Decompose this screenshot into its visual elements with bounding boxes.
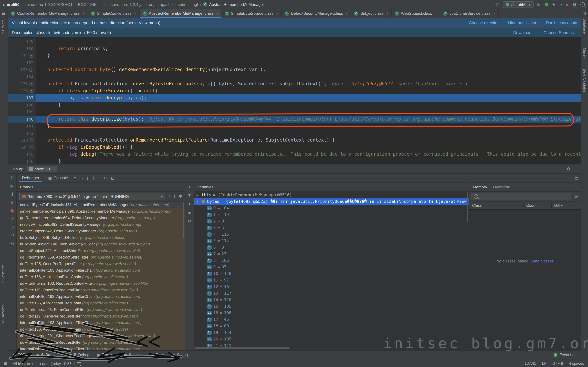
breadcrumb-item[interactable]: shiro [178,2,186,7]
array-element-row[interactable]: 017=23 [194,251,468,257]
editor-line[interactable]: 137 bytes = this.decrypt(bytes); [8,94,581,101]
sidebar-item-bean-validator[interactable]: Bean Validator [583,69,587,92]
editor-tab[interactable]: CSubject.class× [351,9,392,18]
editor-line[interactable]: 138 } [8,101,581,108]
array-element-row[interactable]: 0116=108 [194,310,468,316]
tab-console[interactable]: ▣Console [45,174,70,182]
profiler-button[interactable]: ◔ [560,2,562,7]
editor-line[interactable]: 142 [8,130,581,137]
project-stripe-icon[interactable]: ▤ [2,11,5,16]
prev-frame-icon[interactable]: ↑ [168,193,171,199]
thread-dump-icon[interactable]: ⊡ [10,225,14,229]
stack-frame-row[interactable]: buildSubject:846, Subject$Builder (org.a… [17,234,185,241]
pin-icon[interactable]: ◎ [10,241,14,246]
column-count[interactable]: Count [523,203,551,208]
rerun-icon[interactable]: ↻ [10,175,14,180]
tool-window-button[interactable]: ▣Spring [172,353,188,357]
variables-hscrollbar[interactable] [195,347,290,349]
stack-frame-row[interactable]: internalDoFilter:193, ApplicationFilterC… [17,267,185,274]
force-step-into-icon[interactable]: ⇓ [92,175,95,180]
editor-tab[interactable]: CJcaCipherService.class× [440,9,499,18]
close-icon[interactable]: × [346,11,348,16]
event-log-button[interactable]: 1Event Log [553,353,577,357]
editor-line[interactable]: 135− protected PrincipalCollection conve… [8,80,581,87]
editor-line[interactable]: 132 [8,59,581,66]
stack-frame-row[interactable]: createSubject:292, AbstractShiroFilter (… [17,247,185,254]
array-element-row[interactable]: 0119=114 [194,329,468,336]
duplicate-watch-icon[interactable]: ▣ [188,210,191,215]
close-icon[interactable]: × [435,11,437,16]
debug-session-tab[interactable]: shiro550 × [26,166,57,172]
memory-settings-gear-icon[interactable]: ⚙ [574,193,579,200]
breadcrumb-item[interactable]: apache [160,2,173,7]
stack-frame-row[interactable]: buildWebSubject:148, WebSubject$Builder … [17,241,185,247]
array-element-row[interactable]: 012=0 [194,218,468,225]
editor-line[interactable]: 131− } [8,52,581,59]
close-icon[interactable]: × [276,11,278,16]
stack-frame-row[interactable]: doFilterInternal:201, CharacterEncodingF… [17,333,185,339]
stack-frame-row[interactable]: internalDoFilter:193, ApplicationFilterC… [17,293,185,300]
banner-link[interactable]: Hide notification [508,21,537,25]
fold-marker-icon[interactable]: − [30,54,34,58]
stack-frame-row[interactable]: doFilter:166, ApplicationFilterChain (or… [17,274,185,280]
editor-tab[interactable]: CSimpleByteSource.class× [222,9,282,18]
stack-frame-row[interactable]: doFilter:125, OncePerRequestFilter (org.… [17,260,185,267]
array-element-row[interactable]: 0120=105 [194,336,468,342]
banner-link[interactable]: Don't show again [546,21,577,25]
close-icon[interactable]: × [386,11,389,16]
run-config-combo[interactable]: shiro550 ▾ [503,1,534,8]
indent-widget[interactable]: 4 spaces [569,361,584,365]
breadcrumb-item[interactable]: mgt [191,2,198,7]
editor-line[interactable]: 134 [8,73,581,80]
next-frame-icon[interactable]: ↓ [173,193,176,199]
stack-frame-row[interactable]: doFilter:119, OncePerRequestFilter (org.… [17,339,185,346]
editor-line[interactable]: 144− if (log.isDebugEnabled()) { [8,144,581,151]
restore-layout-icon[interactable]: ▤ [574,175,579,180]
load-classes-link[interactable]: Load classes [531,259,554,263]
banner-link[interactable]: Choose direction [469,21,500,25]
column-diff[interactable]: Diff ▾ [551,203,581,208]
column-class[interactable]: Class [469,203,523,208]
database-stripe-icon[interactable]: ▥ [583,11,587,16]
mute-breakpoints-icon[interactable]: ⊘ [10,216,14,221]
editor-tab[interactable]: CDefaultSecurityManager.class× [282,9,351,18]
tool-window-switcher-icon[interactable]: ▦ [4,361,8,366]
coverage-button[interactable]: ◈ [552,2,555,7]
editor-line[interactable]: 129 [8,38,581,45]
fold-marker-icon[interactable]: − [30,82,34,86]
chevron-down-icon[interactable]: ▼ [197,198,200,205]
stack-frame-row[interactable]: getRememberedPrincipals:396, AbstractRem… [17,208,185,215]
implemented-method-marker-icon[interactable]: ↓ [29,68,34,72]
close-icon[interactable]: × [493,11,495,16]
sidebar-item-favorites[interactable]: 2: Favorites [1,304,5,323]
fold-marker-icon[interactable]: − [30,138,34,142]
encoding-widget[interactable]: UTF-8 [552,361,563,365]
editor-tab[interactable]: CAbstractRememberMeManager.class× [140,9,222,18]
array-element-row[interactable]: 011=-19 [194,211,468,218]
stack-frame-row[interactable]: doFilterInternal:359, AbstractShiroFilte… [17,254,185,260]
show-watches-icon[interactable]: ∞ [188,218,191,223]
array-element-row[interactable]: 0115=105 [194,303,468,310]
tool-window-button[interactable]: ▣6: Problems [36,353,61,357]
tab-memory-overhead[interactable]: Overhead [493,185,510,189]
breadcrumb-item[interactable]: CAbstractRememberMeManager [203,2,264,7]
close-icon[interactable]: × [216,11,218,16]
stack-frame-row[interactable]: createSubject:342, DefaultSecurityManage… [17,228,185,234]
editor-line[interactable]: 133↓ protected abstract byte[] getRememb… [8,66,581,73]
stop-button[interactable]: ■ [566,2,569,7]
tool-window-button[interactable]: ▣Build [150,353,164,357]
array-element-row[interactable]: 0117=46 [194,316,468,323]
resume-icon[interactable]: ▶ [10,184,14,188]
frames-scrollbar[interactable] [183,202,184,238]
evaluate-expression-icon[interactable]: ⊞ [111,175,115,180]
fold-marker-icon[interactable]: − [30,89,34,93]
collapse-icon[interactable]: ▼ [188,193,191,198]
array-element-row[interactable]: 0122=114 [194,349,468,350]
editor-line[interactable]: 130 return principals; [8,45,581,52]
tool-window-button[interactable]: ▣Terminal [97,353,116,357]
hide-frames-filter-icon[interactable] [179,195,182,198]
breadcrumb-item[interactable]: lib [102,2,106,7]
stack-frame-row[interactable]: internalDoFilter:193, ApplicationFilterC… [17,319,185,326]
view-value-link[interactable]: View [455,198,467,205]
step-into-icon[interactable]: ↓ [86,175,89,180]
